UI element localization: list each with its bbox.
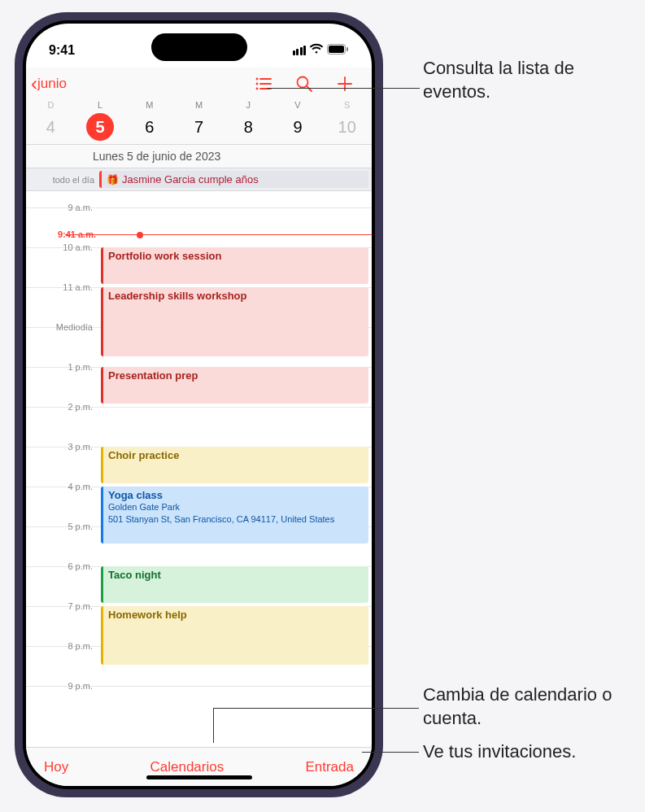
- week-day[interactable]: D4: [26, 100, 76, 141]
- hour-label: 7 p.m.: [26, 601, 98, 611]
- back-button[interactable]: ‹ junio: [31, 74, 67, 94]
- callout-calendars: Cambia de calendario o cuenta.: [423, 683, 645, 730]
- calendar-event[interactable]: Choir practice: [101, 447, 368, 483]
- hour-label: 5 p.m.: [26, 522, 98, 531]
- event-title: Presentation prep: [108, 369, 364, 382]
- hour-label: 9 p.m.: [26, 681, 98, 691]
- calendar-event[interactable]: Presentation prep: [101, 367, 368, 404]
- phone-bezel: 9:41 ‹ junio: [23, 20, 375, 789]
- callout-cal-line-v: [213, 708, 214, 743]
- week-day-abbr: D: [26, 100, 76, 110]
- chevron-left-icon: ‹: [31, 74, 37, 94]
- week-day-abbr: V: [273, 100, 323, 110]
- week-day-number: 9: [284, 113, 312, 141]
- nav-icons: [255, 75, 364, 93]
- timeline[interactable]: 9 a.m.10 a.m.11 a.m.Mediodía1 p.m.2 p.m.…: [26, 191, 372, 747]
- hour-line: [26, 207, 372, 247]
- calendar-event[interactable]: Taco night: [101, 566, 368, 603]
- status-time: 9:41: [49, 43, 75, 58]
- phone-screen: 9:41 ‹ junio: [26, 24, 372, 786]
- callout-inbox-line: [362, 752, 419, 753]
- all-day-row: todo el día 🎁 Jasmine Garcia cumple años: [26, 168, 372, 191]
- bottom-bar: Hoy Calendarios Entrada: [26, 747, 372, 786]
- event-location: Golden Gate Park: [108, 502, 364, 513]
- week-day[interactable]: L5: [76, 100, 125, 141]
- calendar-event[interactable]: Yoga classGolden Gate Park501 Stanyan St…: [101, 487, 368, 544]
- week-day[interactable]: M6: [124, 100, 174, 141]
- hour-label: 2 p.m.: [26, 402, 98, 412]
- event-title: Leadership skills workshop: [108, 290, 364, 302]
- event-title: Yoga class: [108, 489, 364, 501]
- svg-point-6: [256, 78, 259, 81]
- week-day-number: 7: [185, 113, 213, 141]
- all-day-event-title: Jasmine Garcia cumple años: [122, 173, 259, 186]
- event-title: Portfolio work session: [108, 250, 364, 262]
- date-title: Lunes 5 de junio de 2023: [26, 145, 372, 168]
- event-title: Taco night: [108, 569, 364, 581]
- week-day-number: 4: [37, 113, 64, 141]
- week-day[interactable]: M7: [174, 100, 224, 141]
- week-day-number: 5: [86, 113, 114, 141]
- week-day-abbr: L: [76, 100, 125, 110]
- svg-point-8: [256, 88, 259, 90]
- week-day[interactable]: S10: [322, 100, 372, 141]
- now-indicator: [65, 234, 372, 235]
- callout-list: Consulta la lista de eventos.: [423, 57, 645, 103]
- today-button[interactable]: Hoy: [44, 759, 68, 775]
- search-icon[interactable]: [295, 75, 313, 93]
- dynamic-island: [151, 33, 247, 61]
- all-day-label: todo el día: [26, 175, 99, 185]
- week-day-number: 10: [333, 113, 361, 141]
- svg-rect-2: [346, 47, 348, 51]
- hour-label: 3 p.m.: [26, 442, 98, 452]
- back-label: junio: [37, 76, 67, 92]
- svg-rect-1: [329, 46, 344, 53]
- hour-label: 10 a.m.: [26, 242, 98, 252]
- week-day[interactable]: J8: [224, 100, 273, 141]
- gift-icon: 🎁: [107, 174, 119, 186]
- week-day-number: 8: [234, 113, 262, 141]
- event-address: 501 Stanyan St, San Francisco, CA 94117,…: [108, 514, 364, 526]
- status-right: [293, 43, 350, 58]
- calendar-event[interactable]: Homework help: [101, 606, 368, 665]
- cellular-icon: [293, 46, 307, 55]
- hour-label: 9 a.m.: [26, 203, 98, 212]
- battery-icon: [327, 43, 349, 58]
- event-title: Choir practice: [108, 449, 364, 461]
- week-day[interactable]: V9: [273, 100, 323, 141]
- week-day-abbr: M: [174, 100, 224, 110]
- hour-label: Mediodía: [26, 322, 98, 332]
- week-day-abbr: J: [224, 100, 273, 110]
- calendar-event[interactable]: Portfolio work session: [101, 247, 368, 284]
- svg-line-10: [307, 86, 312, 91]
- hour-label: 6 p.m.: [26, 561, 98, 571]
- week-day-number: 6: [136, 113, 163, 141]
- hour-line: [26, 407, 372, 447]
- hour-label: 8 p.m.: [26, 641, 98, 651]
- week-day-abbr: M: [124, 100, 174, 110]
- callout-list-line: [267, 88, 420, 89]
- week-day-abbr: S: [322, 100, 372, 110]
- add-icon[interactable]: [336, 75, 354, 93]
- all-day-event[interactable]: 🎁 Jasmine Garcia cumple años: [99, 171, 368, 188]
- callout-inbox: Ve tus invitaciones.: [423, 740, 576, 764]
- event-title: Homework help: [108, 609, 364, 621]
- svg-point-7: [256, 83, 259, 85]
- callout-cal-line-h: [213, 708, 419, 709]
- calendars-button[interactable]: Calendarios: [150, 759, 224, 775]
- phone-frame: 9:41 ‹ junio: [15, 12, 383, 797]
- inbox-button[interactable]: Entrada: [305, 759, 354, 775]
- week-header: D4L5M6M7J8V9S10: [26, 100, 372, 145]
- home-indicator: [146, 775, 252, 779]
- list-icon[interactable]: [255, 75, 272, 93]
- hour-label: 11 a.m.: [26, 282, 98, 292]
- nav-bar: ‹ junio: [26, 68, 372, 100]
- hour-label: 1 p.m.: [26, 362, 98, 372]
- wifi-icon: [309, 43, 324, 58]
- hour-label: 4 p.m.: [26, 482, 98, 491]
- calendar-event[interactable]: Leadership skills workshop: [101, 287, 368, 356]
- hour-line: [26, 686, 372, 726]
